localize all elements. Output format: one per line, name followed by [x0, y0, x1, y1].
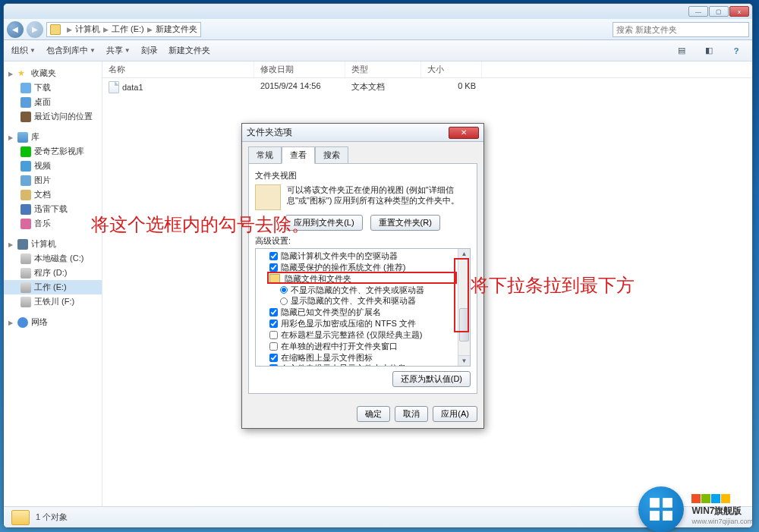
ok-button[interactable]: 确定	[357, 406, 390, 422]
sidebar-item-downloads[interactable]: 下载	[4, 80, 102, 95]
new-folder-button[interactable]: 新建文件夹	[168, 45, 210, 56]
dialog-tabs: 常规 查看 搜索	[248, 146, 477, 164]
sidebar-item-disk-f[interactable]: 王铁川 (F:)	[4, 294, 102, 309]
sidebar-item-pictures[interactable]: 图片	[4, 173, 102, 187]
adv-checkbox-item[interactable]: 在单独的进程中打开文件夹窗口	[259, 341, 455, 352]
checkbox[interactable]	[269, 342, 278, 351]
adv-radio-item[interactable]: 显示隐藏的文件、文件夹和驱动器	[259, 295, 455, 307]
sidebar-item-disk-d[interactable]: 程序 (D:)	[4, 266, 102, 280]
sidebar-item-documents[interactable]: 文档	[4, 187, 102, 202]
file-type: 文本文档	[345, 80, 421, 95]
minimize-button[interactable]: —	[688, 6, 708, 17]
view-mode-button[interactable]: ▤	[673, 44, 690, 58]
adv-checkbox-item[interactable]: 在缩略图上显示文件图标	[259, 352, 455, 364]
adv-checkbox-item[interactable]: 用彩色显示加密或压缩的 NTFS 文件	[259, 318, 455, 329]
sidebar-item-disk-c[interactable]: 本地磁盘 (C:)	[4, 251, 102, 266]
breadcrumb-item[interactable]: 工作 (E:)	[112, 24, 144, 35]
adv-folder-item[interactable]: 隐藏文件和文件夹	[259, 273, 455, 285]
cancel-button[interactable]: 取消	[395, 406, 428, 422]
xunlei-icon	[20, 204, 31, 215]
recent-icon	[20, 112, 31, 122]
breadcrumb-item[interactable]: 计算机	[75, 24, 100, 35]
sidebar-item-iqiyi[interactable]: 爱奇艺影视库	[4, 144, 102, 159]
col-size[interactable]: 大小	[421, 61, 482, 77]
restore-defaults-button[interactable]: 还原为默认值(D)	[392, 371, 471, 387]
file-name: data1	[122, 83, 143, 92]
chevron-right-icon: ▶	[67, 26, 72, 33]
folder-icon	[11, 510, 30, 525]
sidebar-item-xunlei[interactable]: 迅雷下载	[4, 202, 102, 216]
forward-button[interactable]: ▶	[27, 21, 43, 38]
section-label: 文件夹视图	[255, 170, 471, 181]
checkbox[interactable]	[269, 252, 278, 260]
sidebar-item-desktop[interactable]: 桌面	[4, 95, 102, 109]
include-library-menu[interactable]: 包含到库中▼	[46, 45, 96, 56]
file-row[interactable]: data1 2015/9/24 14:56 文本文档 0 KB	[102, 78, 752, 96]
advanced-list[interactable]: 隐藏计算机文件夹中的空驱动器 隐藏受保护的操作系统文件 (推荐) 隐藏文件和文件…	[256, 249, 458, 366]
document-icon	[20, 190, 31, 200]
checkbox[interactable]	[269, 308, 278, 316]
search-input[interactable]	[616, 25, 745, 34]
tab-general[interactable]: 常规	[248, 146, 282, 164]
computer-icon	[17, 239, 28, 250]
scroll-thumb[interactable]	[459, 308, 469, 342]
sidebar-item-disk-e[interactable]: 工作 (E:)	[4, 280, 102, 294]
checkbox[interactable]	[269, 364, 278, 366]
sidebar-group-library[interactable]: ▶库	[4, 130, 102, 144]
dialog-close-button[interactable]: ✕	[449, 127, 479, 139]
scroll-down-button[interactable]: ▼	[458, 355, 470, 366]
adv-checkbox-hide-ext[interactable]: 隐藏已知文件类型的扩展名	[259, 307, 455, 318]
sidebar-group-network[interactable]: ▶网络	[4, 315, 102, 329]
sidebar-group-favorites[interactable]: ▶★收藏夹	[4, 66, 102, 80]
maximize-button[interactable]: ▢	[709, 6, 729, 17]
apply-button[interactable]: 应用(A)	[433, 406, 477, 422]
sidebar: ▶★收藏夹 下载 桌面 最近访问的位置 ▶库 爱奇艺影视库 视频 图片 文档 迅…	[4, 61, 102, 506]
iqiyi-icon	[20, 146, 31, 157]
scroll-up-button[interactable]: ▲	[458, 249, 470, 260]
checkbox[interactable]	[269, 320, 278, 328]
column-headers: 名称 修改日期 类型 大小	[102, 61, 752, 78]
adv-checkbox-item[interactable]: 隐藏计算机文件夹中的空驱动器	[259, 250, 455, 262]
col-type[interactable]: 类型	[345, 61, 421, 77]
tab-panel-view: 文件夹视图 可以将该文件夹正在使用的视图 (例如"详细信息"或"图标") 应用到…	[248, 163, 477, 394]
radio[interactable]	[280, 297, 288, 305]
organize-menu[interactable]: 组织▼	[11, 45, 36, 56]
breadcrumb-item[interactable]: 新建文件夹	[156, 24, 197, 35]
folder-options-dialog: 文件夹选项 ✕ 常规 查看 搜索 文件夹视图 可以将该文件夹正在使用的视图 (例…	[241, 123, 484, 429]
status-text: 1 个对象	[36, 512, 68, 523]
col-date[interactable]: 修改日期	[254, 61, 345, 77]
svg-rect-1	[663, 498, 673, 508]
checkbox[interactable]	[269, 354, 278, 362]
share-menu[interactable]: 共享▼	[106, 45, 131, 56]
flag-icon	[691, 494, 730, 503]
checkbox[interactable]	[269, 263, 278, 272]
breadcrumb[interactable]: ▶ 计算机 ▶ 工作 (E:) ▶ 新建文件夹	[46, 22, 201, 37]
disk-icon	[20, 282, 31, 293]
reset-folders-button[interactable]: 重置文件夹(R)	[370, 215, 440, 231]
tab-search[interactable]: 搜索	[315, 146, 348, 164]
network-icon	[17, 317, 28, 328]
radio[interactable]	[280, 286, 288, 294]
advanced-label: 高级设置:	[255, 235, 471, 247]
checkbox[interactable]	[269, 331, 278, 339]
sidebar-item-music[interactable]: 音乐	[4, 216, 102, 231]
adv-checkbox-item[interactable]: 在标题栏显示完整路径 (仅限经典主题)	[259, 329, 455, 341]
sidebar-item-video[interactable]: 视频	[4, 159, 102, 173]
sidebar-item-recent[interactable]: 最近访问的位置	[4, 109, 102, 124]
tab-view[interactable]: 查看	[282, 146, 315, 164]
sidebar-group-computer[interactable]: ▶计算机	[4, 237, 102, 251]
apply-to-folders-button[interactable]: 应用到文件夹(L)	[285, 215, 362, 231]
adv-radio-item[interactable]: 不显示隐藏的文件、文件夹或驱动器	[259, 285, 455, 296]
adv-checkbox-item[interactable]: 隐藏受保护的操作系统文件 (推荐)	[259, 262, 455, 273]
dialog-title: 文件夹选项	[247, 126, 292, 139]
disk-icon	[20, 268, 31, 279]
back-button[interactable]: ◀	[7, 21, 24, 38]
scrollbar[interactable]: ▲ ▼	[458, 249, 470, 366]
help-button[interactable]: ?	[728, 44, 745, 58]
col-name[interactable]: 名称	[102, 61, 254, 77]
close-button[interactable]: x	[729, 6, 749, 17]
adv-checkbox-item[interactable]: 在文件夹提示中显示文件大小信息	[259, 363, 455, 366]
preview-pane-button[interactable]: ◧	[701, 44, 717, 58]
search-box[interactable]	[613, 22, 749, 37]
burn-button[interactable]: 刻录	[141, 45, 158, 56]
